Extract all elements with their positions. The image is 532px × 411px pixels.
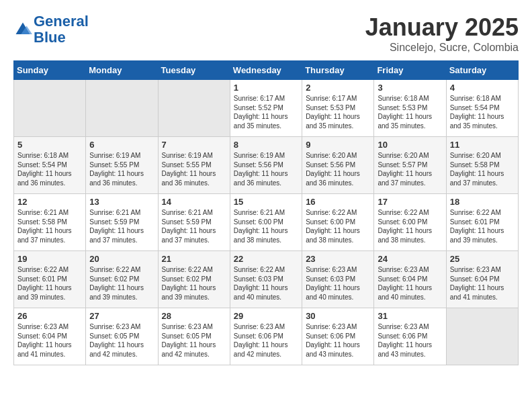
day-number: 17 (378, 197, 442, 207)
calendar-cell: 4Sunrise: 6:18 AM Sunset: 5:54 PM Daylig… (446, 80, 518, 137)
day-number: 20 (89, 254, 154, 264)
title-block: January 2025 Sincelejo, Sucre, Colombia (365, 13, 519, 54)
day-info: Sunrise: 6:22 AM Sunset: 6:00 PM Dayligh… (378, 208, 442, 244)
day-info: Sunrise: 6:18 AM Sunset: 5:53 PM Dayligh… (378, 94, 442, 130)
calendar-cell: 5Sunrise: 6:18 AM Sunset: 5:54 PM Daylig… (14, 137, 86, 194)
day-info: Sunrise: 6:18 AM Sunset: 5:54 PM Dayligh… (450, 94, 515, 130)
weekday-header: Sunday (14, 61, 86, 80)
day-number: 9 (306, 140, 370, 150)
day-info: Sunrise: 6:20 AM Sunset: 5:56 PM Dayligh… (306, 151, 370, 187)
calendar-week-row: 5Sunrise: 6:18 AM Sunset: 5:54 PM Daylig… (14, 137, 519, 194)
day-number: 24 (378, 254, 442, 264)
calendar-cell: 28Sunrise: 6:23 AM Sunset: 6:05 PM Dayli… (158, 308, 230, 365)
calendar-cell (446, 308, 518, 365)
day-number: 3 (378, 83, 442, 93)
calendar-week-row: 12Sunrise: 6:21 AM Sunset: 5:58 PM Dayli… (14, 194, 519, 251)
month-title: January 2025 (365, 13, 519, 42)
calendar-cell: 12Sunrise: 6:21 AM Sunset: 5:58 PM Dayli… (14, 194, 86, 251)
logo-icon (13, 20, 32, 39)
calendar-cell: 19Sunrise: 6:22 AM Sunset: 6:01 PM Dayli… (14, 251, 86, 308)
calendar-cell: 15Sunrise: 6:21 AM Sunset: 6:00 PM Dayli… (230, 194, 302, 251)
day-number: 11 (450, 140, 515, 150)
weekday-header: Thursday (302, 61, 374, 80)
calendar-cell: 9Sunrise: 6:20 AM Sunset: 5:56 PM Daylig… (302, 137, 374, 194)
day-info: Sunrise: 6:21 AM Sunset: 6:00 PM Dayligh… (234, 208, 298, 244)
weekday-header-row: SundayMondayTuesdayWednesdayThursdayFrid… (14, 61, 519, 80)
day-info: Sunrise: 6:22 AM Sunset: 6:00 PM Dayligh… (306, 208, 370, 244)
calendar-cell: 16Sunrise: 6:22 AM Sunset: 6:00 PM Dayli… (302, 194, 374, 251)
day-info: Sunrise: 6:23 AM Sunset: 6:04 PM Dayligh… (450, 265, 515, 302)
day-number: 4 (450, 83, 515, 93)
page-header: General Blue January 2025 Sincelejo, Suc… (13, 13, 519, 54)
weekday-header: Wednesday (230, 61, 302, 80)
day-info: Sunrise: 6:22 AM Sunset: 6:02 PM Dayligh… (89, 265, 154, 302)
day-number: 16 (306, 197, 370, 207)
day-info: Sunrise: 6:19 AM Sunset: 5:55 PM Dayligh… (162, 151, 226, 187)
day-number: 27 (89, 311, 154, 321)
day-number: 29 (234, 311, 298, 321)
day-info: Sunrise: 6:23 AM Sunset: 6:04 PM Dayligh… (378, 265, 442, 302)
day-info: Sunrise: 6:19 AM Sunset: 5:55 PM Dayligh… (89, 151, 154, 187)
day-number: 5 (17, 140, 82, 150)
day-info: Sunrise: 6:21 AM Sunset: 5:59 PM Dayligh… (162, 208, 226, 244)
day-info: Sunrise: 6:23 AM Sunset: 6:03 PM Dayligh… (306, 265, 370, 302)
calendar-cell: 1Sunrise: 6:17 AM Sunset: 5:52 PM Daylig… (230, 80, 302, 137)
logo: General Blue (13, 13, 89, 46)
calendar-cell: 14Sunrise: 6:21 AM Sunset: 5:59 PM Dayli… (158, 194, 230, 251)
calendar-cell: 2Sunrise: 6:17 AM Sunset: 5:53 PM Daylig… (302, 80, 374, 137)
calendar-cell: 8Sunrise: 6:19 AM Sunset: 5:56 PM Daylig… (230, 137, 302, 194)
day-info: Sunrise: 6:23 AM Sunset: 6:06 PM Dayligh… (234, 322, 298, 359)
location: Sincelejo, Sucre, Colombia (365, 42, 519, 54)
day-number: 31 (378, 311, 442, 321)
day-number: 22 (234, 254, 298, 264)
calendar-week-row: 19Sunrise: 6:22 AM Sunset: 6:01 PM Dayli… (14, 251, 519, 308)
day-number: 8 (234, 140, 298, 150)
weekday-header: Friday (374, 61, 446, 80)
logo-blue: Blue (34, 29, 66, 46)
day-info: Sunrise: 6:17 AM Sunset: 5:53 PM Dayligh… (306, 94, 370, 130)
day-number: 1 (234, 83, 298, 93)
day-number: 12 (17, 197, 82, 207)
day-info: Sunrise: 6:23 AM Sunset: 6:05 PM Dayligh… (162, 322, 226, 359)
logo-general: General (34, 13, 89, 30)
day-number: 28 (162, 311, 226, 321)
calendar-cell (86, 80, 158, 137)
day-number: 18 (450, 197, 515, 207)
day-info: Sunrise: 6:18 AM Sunset: 5:54 PM Dayligh… (17, 151, 82, 187)
calendar-cell: 31Sunrise: 6:23 AM Sunset: 6:06 PM Dayli… (374, 308, 446, 365)
day-number: 15 (234, 197, 298, 207)
calendar-cell: 22Sunrise: 6:22 AM Sunset: 6:03 PM Dayli… (230, 251, 302, 308)
day-number: 23 (306, 254, 370, 264)
calendar-cell: 25Sunrise: 6:23 AM Sunset: 6:04 PM Dayli… (446, 251, 518, 308)
day-number: 21 (162, 254, 226, 264)
day-info: Sunrise: 6:22 AM Sunset: 6:01 PM Dayligh… (17, 265, 82, 302)
day-info: Sunrise: 6:23 AM Sunset: 6:06 PM Dayligh… (306, 322, 370, 359)
weekday-header: Tuesday (158, 61, 230, 80)
day-info: Sunrise: 6:20 AM Sunset: 5:57 PM Dayligh… (378, 151, 442, 187)
day-info: Sunrise: 6:21 AM Sunset: 5:58 PM Dayligh… (17, 208, 82, 244)
calendar-cell: 20Sunrise: 6:22 AM Sunset: 6:02 PM Dayli… (86, 251, 158, 308)
calendar-cell: 3Sunrise: 6:18 AM Sunset: 5:53 PM Daylig… (374, 80, 446, 137)
day-number: 10 (378, 140, 442, 150)
calendar-cell: 26Sunrise: 6:23 AM Sunset: 6:04 PM Dayli… (14, 308, 86, 365)
day-number: 14 (162, 197, 226, 207)
calendar-cell: 11Sunrise: 6:20 AM Sunset: 5:58 PM Dayli… (446, 137, 518, 194)
weekday-header: Saturday (446, 61, 518, 80)
calendar-cell: 17Sunrise: 6:22 AM Sunset: 6:00 PM Dayli… (374, 194, 446, 251)
calendar-cell: 30Sunrise: 6:23 AM Sunset: 6:06 PM Dayli… (302, 308, 374, 365)
day-number: 25 (450, 254, 515, 264)
calendar-cell (14, 80, 86, 137)
logo-text: General Blue (34, 13, 89, 46)
day-number: 7 (162, 140, 226, 150)
calendar-cell: 10Sunrise: 6:20 AM Sunset: 5:57 PM Dayli… (374, 137, 446, 194)
calendar-cell: 13Sunrise: 6:21 AM Sunset: 5:59 PM Dayli… (86, 194, 158, 251)
day-info: Sunrise: 6:20 AM Sunset: 5:58 PM Dayligh… (450, 151, 515, 187)
day-number: 2 (306, 83, 370, 93)
calendar-table: SundayMondayTuesdayWednesdayThursdayFrid… (13, 60, 519, 365)
day-number: 30 (306, 311, 370, 321)
calendar-cell: 29Sunrise: 6:23 AM Sunset: 6:06 PM Dayli… (230, 308, 302, 365)
calendar-cell: 6Sunrise: 6:19 AM Sunset: 5:55 PM Daylig… (86, 137, 158, 194)
calendar-cell: 18Sunrise: 6:22 AM Sunset: 6:01 PM Dayli… (446, 194, 518, 251)
day-info: Sunrise: 6:21 AM Sunset: 5:59 PM Dayligh… (89, 208, 154, 244)
calendar-week-row: 26Sunrise: 6:23 AM Sunset: 6:04 PM Dayli… (14, 308, 519, 365)
